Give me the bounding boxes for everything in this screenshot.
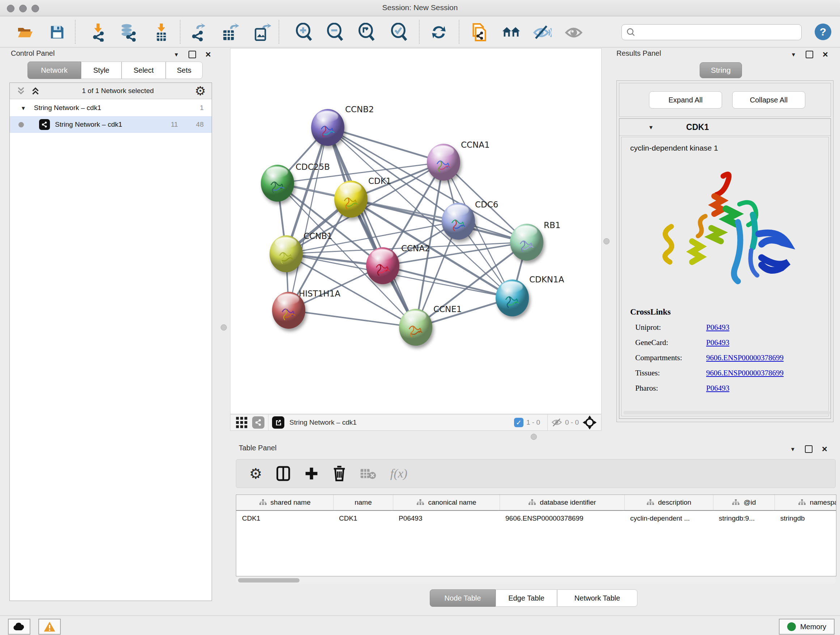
refresh-button[interactable] — [429, 23, 448, 42]
first-neighbors-button[interactable] — [502, 23, 521, 42]
network-edge[interactable] — [289, 310, 416, 327]
column-header-database-identifier[interactable]: database identifier — [500, 495, 624, 510]
section-collapse-icon[interactable]: ▼ — [648, 124, 654, 130]
tab-style[interactable]: Style — [81, 62, 122, 79]
column-header-description[interactable]: description — [624, 495, 713, 510]
open-session-button[interactable] — [16, 23, 35, 42]
delete-row-icon[interactable] — [332, 465, 346, 482]
float-panel-icon[interactable]: ▼ — [791, 51, 796, 57]
column-settings-gear-icon[interactable]: ⚙ — [249, 467, 262, 480]
network-node-ccna1[interactable] — [427, 144, 460, 181]
zoom-selected-button[interactable] — [390, 23, 409, 42]
hide-selected-button[interactable] — [533, 23, 552, 42]
string-view-icon[interactable] — [252, 416, 264, 429]
tab-sets[interactable]: Sets — [166, 62, 202, 79]
crosslink-link[interactable]: 9606.ENSP00000378699 — [706, 353, 783, 363]
collapse-all-button[interactable]: Collapse All — [732, 91, 805, 109]
crosslink-link[interactable]: P06493 — [706, 384, 729, 393]
table-cell[interactable]: CDK1 — [333, 511, 393, 526]
warnings-button[interactable] — [38, 619, 61, 635]
crosslink-link[interactable]: P06493 — [706, 323, 729, 332]
grid-view-icon[interactable] — [235, 416, 248, 429]
table-cell[interactable]: stringdb — [775, 511, 836, 526]
crosslink-link[interactable]: 9606.ENSP00000378699 — [706, 369, 783, 378]
expand-all-icon[interactable] — [30, 86, 41, 96]
birds-eye-icon[interactable] — [583, 415, 597, 430]
tab-select[interactable]: Select — [122, 62, 166, 79]
float-panel-icon[interactable]: ▼ — [790, 446, 796, 452]
maximize-panel-icon[interactable] — [805, 445, 813, 453]
results-scrollbar[interactable] — [623, 411, 830, 415]
import-table-file-button[interactable] — [152, 23, 171, 42]
table-cell[interactable]: CDK1 — [236, 511, 333, 526]
maximize-panel-icon[interactable] — [806, 51, 813, 58]
network-node-cdc25b[interactable] — [261, 165, 294, 202]
selected-nodes-checkbox[interactable]: ✓ — [514, 418, 523, 427]
zoom-out-button[interactable] — [325, 23, 344, 42]
collapse-all-icon[interactable] — [16, 86, 27, 96]
network-node-ccne1[interactable] — [399, 309, 432, 346]
right-splitter-handle[interactable] — [603, 238, 609, 244]
duplicate-network-button[interactable] — [469, 23, 488, 42]
network-node-rb1[interactable] — [510, 224, 543, 261]
collection-expand-icon[interactable]: ▼ — [21, 105, 26, 111]
tab-node-table[interactable]: Node Table — [430, 589, 496, 607]
fit-content-button[interactable] — [357, 23, 376, 42]
crosslink-link[interactable]: P06493 — [706, 338, 729, 347]
table-cell[interactable]: stringdb:9... — [713, 511, 775, 526]
search-input[interactable] — [636, 26, 801, 39]
save-session-button[interactable] — [48, 23, 66, 42]
tab-edge-table[interactable]: Edge Table — [496, 589, 557, 607]
column-header-namespace[interactable]: namespace — [775, 495, 836, 510]
expand-all-button[interactable]: Expand All — [649, 91, 722, 109]
gene-section-header[interactable]: ▼ CDK1 — [619, 119, 831, 136]
create-column-icon[interactable] — [276, 466, 291, 481]
column-header--id[interactable]: @id — [713, 495, 775, 510]
network-node-cdkn1a[interactable] — [496, 279, 529, 317]
network-node-cdc6[interactable] — [442, 203, 475, 240]
network-node-cdk1[interactable] — [334, 181, 368, 218]
table-cell[interactable]: 9606.ENSP00000378699 — [500, 511, 624, 526]
export-table-button[interactable] — [221, 23, 240, 42]
table-cell[interactable]: P06493 — [393, 511, 500, 526]
network-collection-row[interactable]: ▼ String Network – cdk1 1 — [10, 100, 212, 116]
column-header-shared-name[interactable]: shared name — [236, 495, 333, 510]
cloud-button[interactable] — [8, 619, 30, 635]
import-network-database-button[interactable] — [119, 23, 138, 42]
maximize-panel-icon[interactable] — [188, 51, 196, 58]
close-panel-icon[interactable]: × — [822, 446, 827, 452]
network-options-gear-icon[interactable]: ⚙ — [195, 85, 206, 97]
network-node-ccnb1[interactable] — [270, 235, 303, 272]
tab-network[interactable]: Network — [27, 62, 81, 79]
network-node-ccnb2[interactable] — [311, 109, 344, 146]
export-image-button[interactable] — [253, 23, 271, 42]
network-edge[interactable] — [351, 199, 527, 242]
table-row[interactable]: CDK1CDK1P064939606.ENSP00000378699cyclin… — [236, 511, 836, 526]
zoom-in-button[interactable] — [294, 23, 313, 42]
open-in-window-icon[interactable] — [272, 416, 284, 429]
export-network-button[interactable] — [190, 23, 209, 42]
help-button[interactable]: ? — [815, 24, 831, 40]
function-builder-icon[interactable]: f(x) — [390, 467, 407, 480]
delete-table-icon[interactable] — [360, 467, 377, 480]
tab-string[interactable]: String — [699, 62, 742, 78]
network-edge[interactable] — [328, 127, 416, 327]
network-row[interactable]: String Network – cdk1 11 48 — [10, 116, 212, 133]
show-all-button[interactable] — [564, 23, 583, 42]
float-panel-icon[interactable]: ▼ — [174, 51, 179, 57]
import-network-file-button[interactable] — [88, 23, 107, 42]
close-panel-icon[interactable]: × — [205, 51, 211, 57]
network-edge[interactable] — [328, 127, 444, 162]
tab-network-table[interactable]: Network Table — [557, 589, 638, 607]
close-panel-icon[interactable]: × — [823, 51, 828, 57]
table-cell[interactable]: cyclin-dependent ... — [624, 511, 713, 526]
column-header-canonical-name[interactable]: canonical name — [393, 495, 500, 510]
left-splitter-handle[interactable] — [221, 325, 227, 331]
memory-button[interactable]: Memory — [779, 619, 835, 635]
table-hscroll-thumb[interactable] — [238, 578, 300, 583]
column-header-name[interactable]: name — [333, 495, 393, 510]
add-row-icon[interactable] — [304, 466, 319, 481]
table-hscrollbar[interactable] — [236, 577, 836, 584]
network-node-ccna2[interactable] — [366, 247, 399, 284]
network-canvas[interactable]: CCNB2CCNA1CDC25BCDK1CDC6RB1CCNB1CCNA2CDK… — [230, 48, 602, 414]
